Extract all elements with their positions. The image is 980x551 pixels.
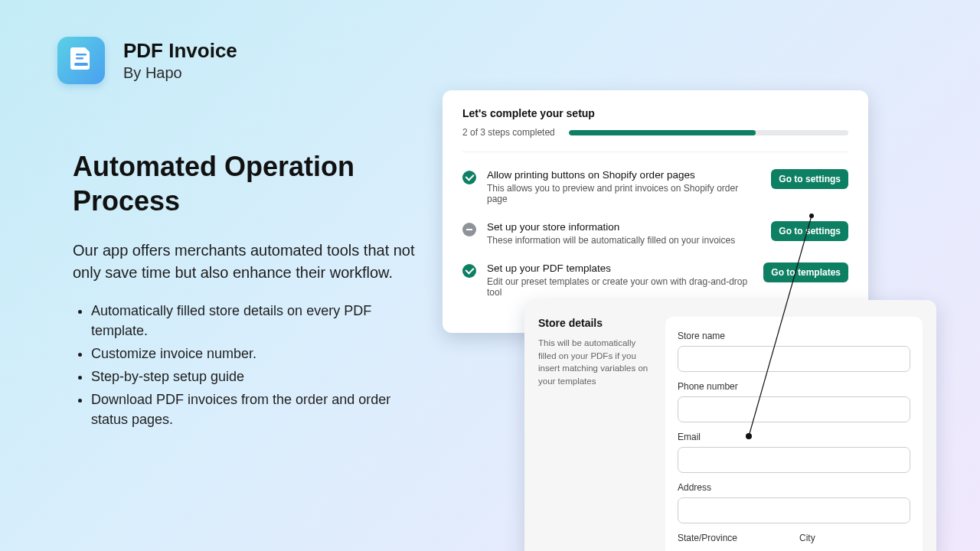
progress-bar: [569, 130, 848, 135]
check-icon: [462, 264, 476, 278]
app-logo-icon: [57, 37, 105, 84]
go-to-templates-button[interactable]: Go to templates: [763, 262, 848, 282]
progress-row: 2 of 3 steps completed: [462, 127, 848, 152]
list-item: Automatically filled store details on ev…: [91, 301, 417, 341]
progress-fill: [569, 130, 756, 135]
step-text: Set up your store information These info…: [487, 221, 760, 246]
store-details-note: This will be automatically filled on you…: [538, 337, 652, 388]
go-to-settings-button[interactable]: Go to settings: [771, 169, 848, 189]
check-icon: [462, 171, 476, 184]
store-details-sidebar: Store details This will be automatically…: [538, 317, 652, 551]
setup-step-3: Set up your PDF templates Edit our prese…: [462, 262, 848, 298]
list-item: Customize invoice number.: [91, 344, 417, 364]
step-title: Allow printing buttons on Shopify order …: [487, 169, 760, 181]
setup-card: Let's complete your setup 2 of 3 steps c…: [443, 90, 868, 333]
app-subtitle: By Hapo: [123, 64, 237, 82]
step-title: Set up your store information: [487, 221, 760, 233]
store-details-title: Store details: [538, 317, 652, 329]
store-details-form: Store name Phone number Email Address St…: [665, 317, 923, 551]
setup-title: Let's complete your setup: [462, 107, 848, 119]
step-text: Set up your PDF templates Edit our prese…: [487, 262, 753, 298]
setup-step-2: Set up your store information These info…: [462, 221, 848, 246]
email-label: Email: [678, 432, 910, 442]
go-to-settings-button[interactable]: Go to settings: [771, 221, 848, 241]
store-name-label: Store name: [678, 331, 910, 341]
address-input[interactable]: [678, 497, 910, 523]
app-titles: PDF Invoice By Hapo: [123, 39, 237, 82]
store-name-input[interactable]: [678, 346, 910, 372]
app-header: PDF Invoice By Hapo: [57, 37, 237, 84]
address-label: Address: [678, 482, 910, 493]
description: Our app offers merchants automated tools…: [73, 240, 417, 284]
city-label: City: [799, 533, 910, 543]
step-desc: These information will be automatically …: [487, 235, 760, 246]
step-title: Set up your PDF templates: [487, 262, 753, 274]
progress-label: 2 of 3 steps completed: [462, 127, 555, 138]
store-details-card: Store details This will be automatically…: [524, 300, 936, 551]
list-item: Download PDF invoices from the order and…: [91, 390, 417, 429]
phone-input[interactable]: [678, 396, 910, 422]
state-label: State/Province: [678, 533, 789, 543]
app-title: PDF Invoice: [123, 39, 237, 63]
feature-list: Automatically filled store details on ev…: [73, 301, 417, 430]
svg-rect-3: [74, 63, 88, 66]
minus-icon: [462, 223, 476, 236]
svg-rect-0: [76, 54, 87, 56]
step-desc: This allows you to preview and print inv…: [487, 183, 760, 204]
headline: Automated Operation Process: [73, 149, 417, 218]
setup-step-1: Allow printing buttons on Shopify order …: [462, 169, 848, 204]
svg-rect-1: [76, 57, 83, 60]
step-text: Allow printing buttons on Shopify order …: [487, 169, 760, 204]
phone-label: Phone number: [678, 381, 910, 392]
marketing-column: Automated Operation Process Our app offe…: [73, 149, 417, 433]
email-input[interactable]: [678, 447, 910, 473]
step-desc: Edit our preset templates or create your…: [487, 276, 753, 298]
list-item: Step-by-step setup guide: [91, 367, 417, 386]
